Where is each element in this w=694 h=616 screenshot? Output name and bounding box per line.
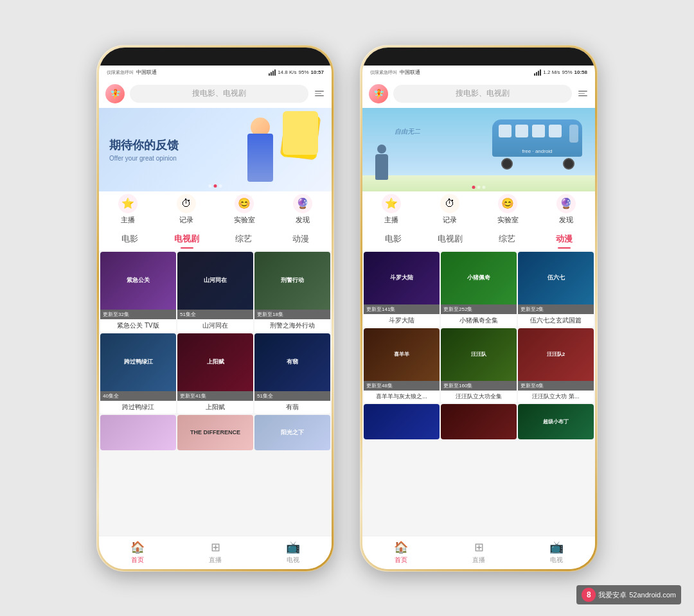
- grid-item-3-right[interactable]: 喜羊羊 更新至48集 喜羊羊与灰太狼之...: [364, 328, 440, 403]
- settings-icon-right[interactable]: [577, 89, 589, 98]
- phone-right-status-bar: 仅限紧急呼叫 中国联通 1.2 M/s 95% 10:58: [362, 66, 595, 80]
- grid-item-8-right[interactable]: 超级小布丁: [518, 404, 594, 439]
- bus-illustration: free · android: [492, 119, 582, 170]
- bus-window-2: [515, 125, 528, 137]
- tab-tv-right[interactable]: 电视剧: [422, 229, 479, 249]
- content-row-1-left: 紫急公关 更新至32集 紧急公关 TV版 山河同在 51集全 山河同在: [99, 251, 332, 333]
- nav-record-left[interactable]: ⏱ 记录: [157, 194, 216, 225]
- bottom-live-left[interactable]: ⊞ 直播: [177, 540, 254, 565]
- tab-tv-left[interactable]: 电视剧: [159, 229, 216, 249]
- content-area-left: 紫急公关 更新至32集 紧急公关 TV版 山河同在 51集全 山河同在: [99, 251, 332, 536]
- bus-wheel-2: [563, 158, 574, 170]
- bus-wheel-1: [501, 158, 513, 170]
- phone-left: 仅限紧急呼叫 中国联通 14.8 K/s 95% 10:57: [96, 45, 334, 572]
- grid-item-4-left[interactable]: 上阳赋 更新至41集 上阳赋: [177, 333, 253, 414]
- home-label-left: 首页: [131, 556, 144, 565]
- bottom-tv-left[interactable]: 📺 电视: [254, 540, 332, 565]
- bottom-tv-right[interactable]: 📺 电视: [517, 540, 595, 565]
- nav-discover-right[interactable]: 🔮 发现: [537, 194, 596, 225]
- title-4-left: 上阳赋: [177, 401, 253, 414]
- user-avatar-right[interactable]: 🧚: [369, 84, 388, 103]
- lab-label-right: 实验室: [497, 215, 519, 225]
- category-tabs-right: 电影 电视剧 综艺 动漫: [362, 227, 595, 251]
- nav-discover-left[interactable]: 🔮 发现: [274, 194, 332, 225]
- grid-item-0-right[interactable]: 斗罗大陆 更新至141集 斗罗大陆: [364, 252, 440, 327]
- grid-item-2-left[interactable]: 刑警行动 更新至18集 刑警之海外行动: [254, 252, 330, 332]
- search-placeholder-left: 搜电影、电视剧: [192, 88, 246, 99]
- grid-item-1-left[interactable]: 山河同在 51集全 山河同在: [177, 252, 253, 332]
- settings-icon-left[interactable]: [314, 89, 325, 98]
- bottom-live-right[interactable]: ⊞ 直播: [440, 540, 518, 565]
- bottom-home-right[interactable]: 🏠 首页: [362, 540, 440, 565]
- tab-variety-right[interactable]: 综艺: [479, 229, 536, 249]
- tab-anime-left[interactable]: 动漫: [272, 229, 330, 249]
- bus-window-3: [532, 125, 545, 137]
- grid-item-0-left[interactable]: 紫急公关 更新至32集 紧急公关 TV版: [100, 252, 176, 332]
- battery-text-right: 95%: [562, 69, 573, 75]
- tv-label-bottom-left: 电视: [287, 556, 299, 565]
- title-1-left: 山河同在: [177, 319, 253, 332]
- grid-item-4-right[interactable]: 汪汪队 更新至160集 汪汪队立大功全集: [441, 328, 517, 403]
- grid-item-8-left[interactable]: 阳光之下: [254, 415, 330, 450]
- badge-0-left: 更新至32集: [100, 310, 176, 319]
- status-left-info: 仅限紧急呼叫 中国联通: [107, 69, 157, 76]
- badge-2-right: 更新至2集: [518, 304, 594, 314]
- phone-left-notch: [99, 48, 332, 66]
- search-input-right[interactable]: 搜电影、电视剧: [393, 85, 572, 103]
- live-icon-right: ⭐: [382, 194, 401, 213]
- grid-item-5-left[interactable]: 有翡 51集全 有翡: [254, 333, 330, 414]
- carrier-text-right: 仅限紧急呼叫: [370, 69, 397, 76]
- discover-label-right: 发现: [559, 215, 573, 225]
- grid-item-5-right[interactable]: 汪汪队2 更新至6集 汪汪队立大功 第...: [518, 328, 594, 403]
- bottom-nav-left: 🏠 首页 ⊞ 直播 📺 电视: [99, 536, 332, 569]
- record-label-left: 记录: [179, 215, 193, 225]
- search-input-left[interactable]: 搜电影、电视剧: [130, 85, 308, 103]
- title-5-left: 有翡: [254, 401, 330, 414]
- thumbnail-3-left: 跨过鸭绿江: [100, 333, 176, 391]
- tab-variety-left[interactable]: 综艺: [215, 229, 272, 249]
- content-row-2-right: 喜羊羊 更新至48集 喜羊羊与灰太狼之... 汪汪队 更新至160集 汪汪队立大…: [362, 328, 595, 404]
- grid-item-6-left[interactable]: [100, 415, 176, 450]
- signal-icon: [269, 69, 276, 76]
- nav-record-right[interactable]: ⏱ 记录: [421, 194, 479, 225]
- live-label-bottom-left: 直播: [209, 556, 222, 565]
- network-text-right: 中国联通: [400, 69, 420, 76]
- person-silhouette: [375, 145, 388, 180]
- grid-item-7-left[interactable]: THE DIFFERENCE: [177, 415, 253, 450]
- thumbnail-0-right: 斗罗大陆: [364, 252, 440, 304]
- title-3-left: 跨过鸭绿江: [100, 401, 176, 414]
- tv-icon-bottom-left: 📺: [286, 540, 300, 554]
- nav-lab-right[interactable]: 😊 实验室: [479, 194, 537, 225]
- tab-anime-right[interactable]: 动漫: [536, 229, 593, 249]
- grid-item-2-right[interactable]: 伍六七 更新至2集 伍六七之玄武国篇: [518, 252, 594, 327]
- grid-item-7-right[interactable]: [441, 404, 517, 439]
- user-avatar-left[interactable]: 🧚: [105, 84, 125, 103]
- bus-window-1: [499, 125, 512, 137]
- discover-icon-left: 🔮: [293, 194, 312, 213]
- thumbnail-6-right: [364, 404, 440, 439]
- nav-lab-left[interactable]: 😊 实验室: [215, 194, 274, 225]
- time-text-right: 10:58: [574, 69, 587, 75]
- grid-item-1-right[interactable]: 小猪佩奇 更新至252集 小猪佩奇全集: [441, 252, 517, 327]
- bus-text: free · android: [522, 148, 552, 154]
- content-row-1-right: 斗罗大陆 更新至141集 斗罗大陆 小猪佩奇 更新至252集 小猪佩奇全集: [362, 251, 595, 328]
- thumbnail-4-left: 上阳赋: [177, 333, 253, 391]
- banner-title-left: 期待你的反馈: [109, 137, 244, 153]
- bottom-home-left[interactable]: 🏠 首页: [99, 540, 177, 565]
- search-bar-right: 🧚 搜电影、电视剧: [362, 80, 595, 108]
- bus-front-window: [569, 125, 578, 143]
- watermark-icon: 8: [582, 588, 596, 602]
- watermark: 8 我爱安卓 52android.com: [576, 585, 681, 604]
- nav-live-right[interactable]: ⭐ 主播: [362, 194, 421, 225]
- dot-r1: [472, 186, 476, 189]
- search-placeholder-right: 搜电影、电视剧: [456, 88, 510, 99]
- grid-item-3-left[interactable]: 跨过鸭绿江 40集全 跨过鸭绿江: [100, 333, 176, 414]
- tab-movie-left[interactable]: 电影: [102, 229, 159, 249]
- thumbnail-2-right: 伍六七: [518, 252, 594, 304]
- bus-wheels: [501, 158, 582, 170]
- grid-item-6-right[interactable]: [364, 404, 440, 439]
- title-0-right: 斗罗大陆: [364, 314, 440, 327]
- nav-live-left[interactable]: ⭐ 主播: [99, 194, 157, 225]
- status-right-right: 1.2 M/s 95% 10:58: [534, 69, 587, 76]
- tab-movie-right[interactable]: 电影: [365, 229, 422, 249]
